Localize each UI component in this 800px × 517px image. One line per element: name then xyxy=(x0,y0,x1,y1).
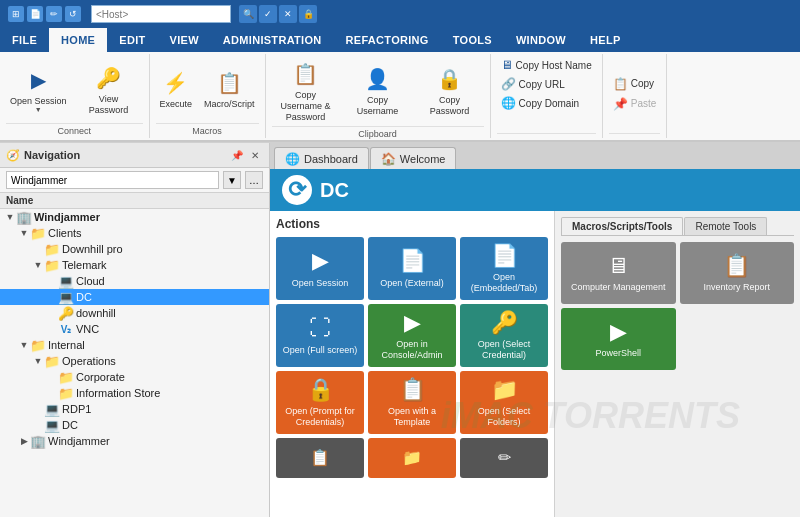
nav-search-dropdown[interactable]: ▼ xyxy=(223,171,241,189)
powershell-icon: ▶ xyxy=(610,319,627,345)
tree-item-downhill[interactable]: 🔑 downhill xyxy=(0,305,269,321)
tree-item-rdp1[interactable]: 💻 RDP1 xyxy=(0,401,269,417)
tab-dashboard[interactable]: 🌐 Dashboard xyxy=(274,147,369,169)
open-session-button[interactable]: ▶ Open Session ▼ xyxy=(6,62,71,116)
tab-tools[interactable]: TOOLS xyxy=(441,28,504,52)
prompt-icon: 🔒 xyxy=(307,377,334,403)
edit-icon[interactable]: ✏ xyxy=(46,6,62,22)
new-icon[interactable]: 📄 xyxy=(27,6,43,22)
tree-label: Information Store xyxy=(76,387,160,399)
action-open-folders[interactable]: 📁 Open (Select Folders) xyxy=(460,371,548,434)
tab-welcome[interactable]: 🏠 Welcome xyxy=(370,147,457,169)
copy-hostname-button[interactable]: 🖥 Copy Host Name xyxy=(497,56,596,74)
action-more-2[interactable]: 📁 xyxy=(368,438,456,478)
execute-label: Execute xyxy=(160,99,193,110)
tab-file[interactable]: FILE xyxy=(0,28,49,52)
computer-icon: 💻 xyxy=(58,290,74,304)
tab-help[interactable]: HELP xyxy=(578,28,633,52)
lock-button[interactable]: 🔒 xyxy=(299,5,317,23)
tree-item-information-store[interactable]: 📁 Information Store xyxy=(0,385,269,401)
search-button[interactable]: 🔍 xyxy=(239,5,257,23)
nav-title-label: Navigation xyxy=(24,149,80,161)
check-button[interactable]: ✓ xyxy=(259,5,277,23)
clipboard-group-label: Clipboard xyxy=(272,126,484,139)
view-password-icon: 🔑 xyxy=(93,62,125,94)
macro-script-button[interactable]: 📋 Macro/Script xyxy=(200,65,259,112)
copy-domain-button[interactable]: 🌐 Copy Domain xyxy=(497,94,584,112)
tab-refactoring[interactable]: REFACTORING xyxy=(334,28,441,52)
tab-edit[interactable]: EDIT xyxy=(107,28,157,52)
tree-item-clients[interactable]: ▼ 📁 Clients xyxy=(0,225,269,241)
inventory-icon: 📋 xyxy=(723,253,750,279)
nav-header: 🧭 Navigation 📌 ✕ xyxy=(0,143,269,168)
view-password-label: View Password xyxy=(79,94,139,116)
tool-powershell[interactable]: ▶ PowerShell xyxy=(561,308,676,370)
tree-item-corporate[interactable]: 📁 Corporate xyxy=(0,369,269,385)
action-more-1[interactable]: 📋 xyxy=(276,438,364,478)
tree-label: RDP1 xyxy=(62,403,91,415)
tree-item-operations[interactable]: ▼ 📁 Operations xyxy=(0,353,269,369)
action-open-console[interactable]: ▶ Open in Console/Admin xyxy=(368,304,456,367)
tree-label: Cloud xyxy=(76,275,105,287)
copy-username-button[interactable]: 👤 Copy Username xyxy=(344,61,412,119)
tool-label: Inventory Report xyxy=(703,282,770,293)
action-more-3[interactable]: ✏ xyxy=(460,438,548,478)
action-open-external[interactable]: 📄 Open (External) xyxy=(368,237,456,300)
action-open-embedded[interactable]: 📄 Open (Embedded/Tab) xyxy=(460,237,548,300)
tree-item-internal[interactable]: ▼ 📁 Internal xyxy=(0,337,269,353)
copy-password-button[interactable]: 🔒 Copy Password xyxy=(416,61,484,119)
copy-url-icon: 🔗 xyxy=(501,77,516,91)
tab-home[interactable]: HOME xyxy=(49,28,107,52)
copy-url-button[interactable]: 🔗 Copy URL xyxy=(497,75,569,93)
copy-username-password-label: Copy Username & Password xyxy=(276,90,336,122)
action-open-template[interactable]: 📋 Open with a Template xyxy=(368,371,456,434)
nav-pin-button[interactable]: 📌 xyxy=(229,147,245,163)
action-open-fullscreen[interactable]: ⛶ Open (Full screen) xyxy=(276,304,364,367)
nav-close-button[interactable]: ✕ xyxy=(247,147,263,163)
nav-search-input[interactable] xyxy=(6,171,219,189)
action-label: Open (Prompt for Credentials) xyxy=(280,406,360,428)
action-prompt-credentials[interactable]: 🔒 Open (Prompt for Credentials) xyxy=(276,371,364,434)
nav-header-actions: 📌 ✕ xyxy=(229,147,263,163)
embedded-icon: 📄 xyxy=(491,243,518,269)
copy-username-password-button[interactable]: 📋 Copy Username & Password xyxy=(272,56,340,124)
macros-buttons: ⚡ Execute 📋 Macro/Script xyxy=(156,56,259,123)
tree-item-cloud[interactable]: 💻 Cloud xyxy=(0,273,269,289)
tab-window[interactable]: WINDOW xyxy=(504,28,578,52)
tab-view[interactable]: VIEW xyxy=(158,28,211,52)
refresh-icon[interactable]: ↺ xyxy=(65,6,81,22)
connect-group-label: Connect xyxy=(6,123,143,136)
tree-item-telemark[interactable]: ▼ 📁 Telemark xyxy=(0,257,269,273)
play-icon: ▶ xyxy=(312,248,329,274)
execute-button[interactable]: ⚡ Execute xyxy=(156,65,197,112)
folder-icon: 📁 xyxy=(44,354,60,368)
copy-username-password-icon: 📋 xyxy=(290,58,322,90)
folder-icon: 📁 xyxy=(58,370,74,384)
tree-item-downhill-pro[interactable]: 📁 Downhill pro xyxy=(0,241,269,257)
dashboard-icon: 🌐 xyxy=(285,152,300,166)
tree-item-vnc[interactable]: V₂ VNC xyxy=(0,321,269,337)
tool-computer-management[interactable]: 🖥 Computer Management xyxy=(561,242,676,304)
nav-tree: ▼ 🏢 Windjammer ▼ 📁 Clients 📁 Downhill pr… xyxy=(0,209,269,517)
tree-item-windjammer-root[interactable]: ▼ 🏢 Windjammer xyxy=(0,209,269,225)
actions-title: Actions xyxy=(276,217,548,231)
tree-item-dc[interactable]: 💻 DC xyxy=(0,289,269,305)
clipboard-left-buttons: 📋 Copy Username & Password 👤 Copy Userna… xyxy=(272,56,484,126)
tree-item-windjammer-bottom[interactable]: ▶ 🏢 Windjammer xyxy=(0,433,269,449)
view-password-button[interactable]: 🔑 View Password xyxy=(75,60,143,118)
copy-button[interactable]: 📋 Copy xyxy=(609,75,661,93)
paste-button[interactable]: 📌 Paste xyxy=(609,95,661,113)
session-header-icon: ⟳ xyxy=(282,175,312,205)
tab-macros-scripts-tools[interactable]: Macros/Scripts/Tools xyxy=(561,217,683,235)
nav-search-more[interactable]: … xyxy=(245,171,263,189)
close-input-button[interactable]: ✕ xyxy=(279,5,297,23)
action-open-session[interactable]: ▶ Open Session xyxy=(276,237,364,300)
tool-inventory-report[interactable]: 📋 Inventory Report xyxy=(680,242,795,304)
open-session-icon: ▶ xyxy=(22,64,54,96)
tab-administration[interactable]: ADMINISTRATION xyxy=(211,28,334,52)
copy-paste-stack: 📋 Copy 📌 Paste xyxy=(609,75,661,113)
tab-remote-tools[interactable]: Remote Tools xyxy=(684,217,767,235)
tree-item-dc-internal[interactable]: 💻 DC xyxy=(0,417,269,433)
action-open-credential[interactable]: 🔑 Open (Select Credential) xyxy=(460,304,548,367)
host-search-input[interactable] xyxy=(91,5,231,23)
